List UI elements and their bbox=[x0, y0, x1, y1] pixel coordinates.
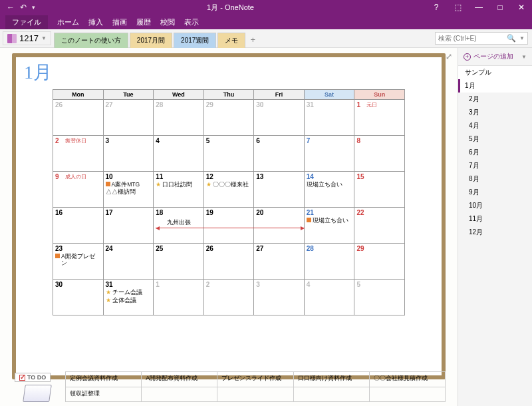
calendar-header: Fri bbox=[254, 90, 305, 100]
calendar-cell[interactable]: 27 bbox=[103, 100, 154, 136]
calendar-cell[interactable]: 19 bbox=[203, 208, 254, 244]
calendar-cell[interactable]: 2振替休日 bbox=[53, 136, 104, 172]
calendar-table[interactable]: MonTueWedThuFriSatSun 2627282930311元日2振替… bbox=[53, 89, 405, 315]
calendar-cell[interactable]: 6 bbox=[254, 136, 305, 172]
calendar-cell[interactable]: 22 bbox=[354, 208, 405, 244]
page-list-item[interactable]: 2月 bbox=[458, 93, 532, 106]
page-list-item[interactable]: 8月 bbox=[458, 172, 532, 186]
add-page-button[interactable]: + ページの追加 ▼ bbox=[458, 48, 532, 66]
calendar-cell[interactable]: 21現場立ち合い bbox=[304, 208, 354, 244]
calendar-cell[interactable]: 16 bbox=[53, 208, 104, 244]
calendar-cell[interactable]: 4 bbox=[154, 136, 204, 172]
calendar-cell[interactable]: 5 bbox=[354, 280, 405, 315]
todo-cell[interactable]: 口口様向け資料作成 bbox=[293, 372, 369, 387]
todo-cell[interactable]: プレゼンスライド作成 bbox=[217, 372, 293, 387]
calendar-cell[interactable]: 29 bbox=[354, 244, 405, 280]
ribbon-view[interactable]: 表示 bbox=[184, 17, 199, 27]
calendar-cell[interactable]: 1元日 bbox=[354, 100, 405, 136]
calendar-cell[interactable]: 5 bbox=[203, 136, 254, 172]
section-tab[interactable]: 2017月間 bbox=[130, 33, 172, 48]
calendar-cell[interactable]: 23A開発プレゼン bbox=[53, 244, 104, 280]
maximize-button[interactable]: □ bbox=[489, 0, 511, 15]
calendar-cell[interactable]: 10A案件MTG△△様訪問 bbox=[103, 172, 154, 208]
ribbon-home[interactable]: ホーム bbox=[57, 17, 79, 27]
calendar-cell[interactable]: 26 bbox=[203, 244, 254, 280]
todo-section[interactable]: TO DO 定例会議資料作成A開発配布資料作成プレゼンスライド作成口口様向け資料… bbox=[12, 371, 446, 402]
calendar-cell[interactable]: 29 bbox=[203, 100, 254, 136]
help-icon[interactable]: ? bbox=[426, 0, 447, 15]
page-list-item[interactable]: 6月 bbox=[458, 146, 532, 159]
calendar-cell[interactable]: 8 bbox=[354, 136, 405, 172]
calendar-cell[interactable]: 4 bbox=[304, 280, 354, 315]
calendar-cell[interactable]: 28 bbox=[154, 100, 204, 136]
calendar-cell[interactable]: 25 bbox=[154, 244, 204, 280]
back-icon[interactable]: ← bbox=[7, 3, 15, 12]
page-list-item[interactable]: 5月 bbox=[458, 132, 532, 146]
search-box[interactable]: 🔍 ▼ bbox=[435, 32, 528, 45]
chevron-down-icon[interactable]: ▼ bbox=[519, 35, 525, 41]
section-tab[interactable]: このノートの使い方 bbox=[54, 33, 128, 48]
calendar-header: Tue bbox=[103, 90, 154, 100]
page-list-item[interactable]: 11月 bbox=[458, 212, 532, 226]
todo-cell[interactable] bbox=[293, 387, 369, 402]
calendar-cell[interactable]: 31 bbox=[304, 100, 354, 136]
search-input[interactable] bbox=[438, 35, 505, 42]
calendar-cell[interactable]: 30 bbox=[53, 280, 104, 315]
calendar-cell[interactable]: 12★〇〇〇様来社 bbox=[203, 172, 254, 208]
page-list-item[interactable]: 9月 bbox=[458, 186, 532, 199]
minimize-button[interactable]: ― bbox=[468, 0, 489, 15]
page-list-header[interactable]: サンプル bbox=[458, 66, 532, 79]
todo-cell[interactable] bbox=[369, 387, 445, 402]
calendar-cell[interactable]: 15 bbox=[354, 172, 405, 208]
calendar-cell[interactable]: 27 bbox=[254, 244, 305, 280]
calendar-cell[interactable]: 20 bbox=[254, 208, 305, 244]
calendar-cell[interactable]: 18九州出張 bbox=[154, 208, 204, 244]
todo-cell[interactable]: 定例会議資料作成 bbox=[66, 372, 142, 387]
close-button[interactable]: ✕ bbox=[511, 0, 532, 15]
undo-icon[interactable]: ↶ bbox=[20, 3, 27, 12]
calendar-cell[interactable]: 3 bbox=[103, 136, 154, 172]
todo-cell[interactable]: 領収証整理 bbox=[66, 387, 142, 402]
page-list-item[interactable]: 10月 bbox=[458, 199, 532, 212]
calendar-cell[interactable]: 1 bbox=[154, 280, 204, 315]
ribbon-insert[interactable]: 挿入 bbox=[88, 17, 103, 27]
todo-cell[interactable] bbox=[217, 387, 293, 402]
page-list-item[interactable]: 1月 bbox=[458, 79, 532, 93]
ribbon-options-icon[interactable]: ⬚ bbox=[447, 0, 468, 15]
quick-access-more-icon[interactable]: ▾ bbox=[32, 4, 35, 11]
page-canvas[interactable]: ⤢ 1月 MonTueWedThuFriSatSun 2627282930311… bbox=[0, 48, 458, 406]
chevron-down-icon[interactable]: ▼ bbox=[521, 54, 527, 60]
page-list-item[interactable]: 7月 bbox=[458, 159, 532, 172]
calendar-cell[interactable]: 14現場立ち合い bbox=[304, 172, 354, 208]
calendar-cell[interactable]: 26 bbox=[53, 100, 104, 136]
calendar-cell[interactable]: 13 bbox=[254, 172, 305, 208]
calendar-cell[interactable]: 17 bbox=[103, 208, 154, 244]
calendar-cell[interactable]: 28 bbox=[304, 244, 354, 280]
section-tab[interactable]: 2017週間 bbox=[174, 33, 216, 48]
todo-cell[interactable] bbox=[142, 387, 217, 402]
calendar-cell[interactable]: 7 bbox=[304, 136, 354, 172]
page-list-item[interactable]: 12月 bbox=[458, 226, 532, 239]
calendar-cell[interactable]: 2 bbox=[203, 280, 254, 315]
ribbon-draw[interactable]: 描画 bbox=[112, 17, 127, 27]
page-list-item[interactable]: 3月 bbox=[458, 106, 532, 119]
todo-table[interactable]: 定例会議資料作成A開発配布資料作成プレゼンスライド作成口口様向け資料作成〇〇会社… bbox=[65, 371, 446, 402]
calendar-cell[interactable]: 24 bbox=[103, 244, 154, 280]
calendar-cell[interactable]: 31★チーム会議★全体会議 bbox=[103, 280, 154, 315]
ribbon-file[interactable]: ファイル bbox=[5, 15, 48, 29]
expand-icon[interactable]: ⤢ bbox=[446, 52, 452, 61]
ribbon-history[interactable]: 履歴 bbox=[136, 17, 151, 27]
calendar-cell[interactable]: 3 bbox=[254, 280, 305, 315]
ribbon-review[interactable]: 校閲 bbox=[160, 17, 175, 27]
section-tab[interactable]: メモ bbox=[217, 33, 245, 48]
calendar-cell[interactable]: 9成人の日 bbox=[53, 172, 104, 208]
page-title[interactable]: 1月 bbox=[16, 57, 442, 89]
page-list-item[interactable]: 4月 bbox=[458, 119, 532, 132]
calendar-cell[interactable]: 30 bbox=[254, 100, 305, 136]
notebook-selector[interactable]: 1217 ▼ bbox=[3, 31, 51, 45]
add-section-button[interactable]: + bbox=[247, 33, 259, 45]
todo-cell[interactable]: A開発配布資料作成 bbox=[142, 372, 217, 387]
calendar-cell[interactable]: 11★口口社訪問 bbox=[154, 172, 204, 208]
calendar-header: Mon bbox=[53, 90, 104, 100]
todo-cell[interactable]: 〇〇会社様見積作成 bbox=[369, 372, 445, 387]
